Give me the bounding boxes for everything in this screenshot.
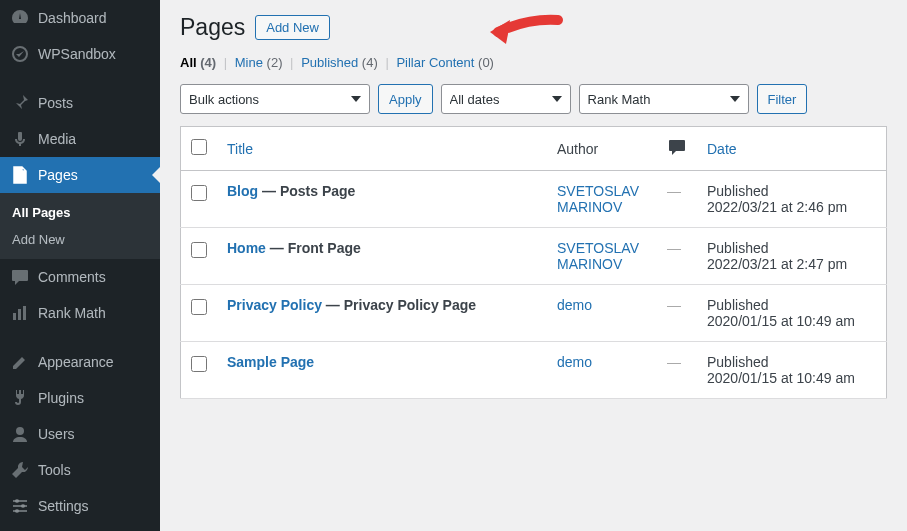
row-comments: — xyxy=(667,354,681,370)
comments-icon xyxy=(667,137,687,157)
row-title-suffix: — Privacy Policy Page xyxy=(322,297,476,313)
sidebar-item-tools[interactable]: Tools xyxy=(0,452,160,488)
sidebar-item-posts[interactable]: Posts xyxy=(0,85,160,121)
sidebar-item-label: Appearance xyxy=(38,354,114,370)
admin-sidebar: DashboardWPSandboxPostsMediaPagesAll Pag… xyxy=(0,0,160,531)
sidebar-item-pages[interactable]: Pages xyxy=(0,157,160,193)
sidebar-item-label: Plugins xyxy=(38,390,84,406)
svg-rect-3 xyxy=(23,306,26,320)
col-date[interactable]: Date xyxy=(707,141,737,157)
col-author: Author xyxy=(557,141,598,157)
sidebar-item-wpsandbox[interactable]: WPSandbox xyxy=(0,36,160,72)
svg-point-9 xyxy=(21,504,25,508)
page-title: Pages xyxy=(180,14,245,41)
row-author-link[interactable]: SVETOSLAV MARINOV xyxy=(557,183,639,215)
submenu-add-new[interactable]: Add New xyxy=(0,226,160,253)
rankmath-select[interactable]: Rank Math xyxy=(579,84,749,114)
row-status: Published xyxy=(707,183,769,199)
filter-pillar[interactable]: Pillar Content (0) xyxy=(396,55,494,70)
filter-mine[interactable]: Mine (2) xyxy=(235,55,283,70)
row-comments: — xyxy=(667,297,681,313)
plugins-icon xyxy=(10,388,30,408)
row-checkbox[interactable] xyxy=(191,356,207,372)
svg-point-4 xyxy=(16,427,24,435)
row-date: 2022/03/21 at 2:46 pm xyxy=(707,199,847,215)
table-row: Sample Pagedemo—Published2020/01/15 at 1… xyxy=(181,342,887,399)
sidebar-item-settings[interactable]: Settings xyxy=(0,488,160,524)
col-title[interactable]: Title xyxy=(227,141,253,157)
row-date: 2020/01/15 at 10:49 am xyxy=(707,370,855,386)
row-title-link[interactable]: Blog xyxy=(227,183,258,199)
row-title-suffix: — Front Page xyxy=(266,240,361,256)
row-title-link[interactable]: Sample Page xyxy=(227,354,314,370)
submenu-all-pages[interactable]: All Pages xyxy=(0,199,160,226)
bulk-actions-select[interactable]: Bulk actions xyxy=(180,84,370,114)
sidebar-item-label: Users xyxy=(38,426,75,442)
apply-button[interactable]: Apply xyxy=(378,84,433,114)
sidebar-item-appearance[interactable]: Appearance xyxy=(0,344,160,380)
appearance-icon xyxy=(10,352,30,372)
sidebar-item-plugins[interactable]: Plugins xyxy=(0,380,160,416)
svg-point-8 xyxy=(15,499,19,503)
row-title-link[interactable]: Home xyxy=(227,240,266,256)
pages-table: Title Author Date Blog — Posts PageSVETO… xyxy=(180,126,887,399)
row-checkbox[interactable] xyxy=(191,299,207,315)
main-content: Pages Add New All (4) | Mine (2) | Publi… xyxy=(160,0,907,531)
dashboard-icon xyxy=(10,8,30,28)
table-row: Home — Front PageSVETOSLAV MARINOV—Publi… xyxy=(181,228,887,285)
row-checkbox[interactable] xyxy=(191,185,207,201)
svg-rect-1 xyxy=(13,313,16,320)
row-status: Published xyxy=(707,354,769,370)
sidebar-item-users[interactable]: Users xyxy=(0,416,160,452)
row-title-suffix: — Posts Page xyxy=(258,183,355,199)
sidebar-item-label: Posts xyxy=(38,95,73,111)
sidebar-item-label: Dashboard xyxy=(38,10,107,26)
media-icon xyxy=(10,129,30,149)
sidebar-item-rank-math[interactable]: Rank Math xyxy=(0,295,160,331)
row-title-link[interactable]: Privacy Policy xyxy=(227,297,322,313)
row-date: 2022/03/21 at 2:47 pm xyxy=(707,256,847,272)
row-author-link[interactable]: demo xyxy=(557,297,592,313)
row-status: Published xyxy=(707,240,769,256)
sidebar-item-label: Media xyxy=(38,131,76,147)
row-author-link[interactable]: SVETOSLAV MARINOV xyxy=(557,240,639,272)
row-status: Published xyxy=(707,297,769,313)
dates-select[interactable]: All dates xyxy=(441,84,571,114)
row-author-link[interactable]: demo xyxy=(557,354,592,370)
sidebar-item-media[interactable]: Media xyxy=(0,121,160,157)
settings-icon xyxy=(10,496,30,516)
table-row: Privacy Policy — Privacy Policy Pagedemo… xyxy=(181,285,887,342)
view-filters: All (4) | Mine (2) | Published (4) | Pil… xyxy=(180,51,887,84)
rankmath-icon xyxy=(10,303,30,323)
comment-icon xyxy=(10,267,30,287)
sidebar-item-label: Tools xyxy=(38,462,71,478)
bulk-actions-row: Bulk actions Apply All dates Rank Math F… xyxy=(180,84,887,114)
sidebar-item-dashboard[interactable]: Dashboard xyxy=(0,0,160,36)
sidebar-item-label: Rank Math xyxy=(38,305,106,321)
svg-point-10 xyxy=(15,509,19,513)
filter-published[interactable]: Published (4) xyxy=(301,55,378,70)
tools-icon xyxy=(10,460,30,480)
table-row: Blog — Posts PageSVETOSLAV MARINOV—Publi… xyxy=(181,171,887,228)
sidebar-item-label: Pages xyxy=(38,167,78,183)
row-comments: — xyxy=(667,240,681,256)
row-date: 2020/01/15 at 10:49 am xyxy=(707,313,855,329)
pin-icon xyxy=(10,93,30,113)
sidebar-item-label: Settings xyxy=(38,498,89,514)
row-checkbox[interactable] xyxy=(191,242,207,258)
sidebar-item-label: Comments xyxy=(38,269,106,285)
row-comments: — xyxy=(667,183,681,199)
wpsandbox-icon xyxy=(10,44,30,64)
users-icon xyxy=(10,424,30,444)
sidebar-item-comments[interactable]: Comments xyxy=(0,259,160,295)
svg-rect-2 xyxy=(18,309,21,320)
filter-all[interactable]: All (4) xyxy=(180,55,216,70)
filter-button[interactable]: Filter xyxy=(757,84,808,114)
add-new-button[interactable]: Add New xyxy=(255,15,330,40)
select-all-checkbox[interactable] xyxy=(191,139,207,155)
sidebar-item-label: WPSandbox xyxy=(38,46,116,62)
page-icon xyxy=(10,165,30,185)
